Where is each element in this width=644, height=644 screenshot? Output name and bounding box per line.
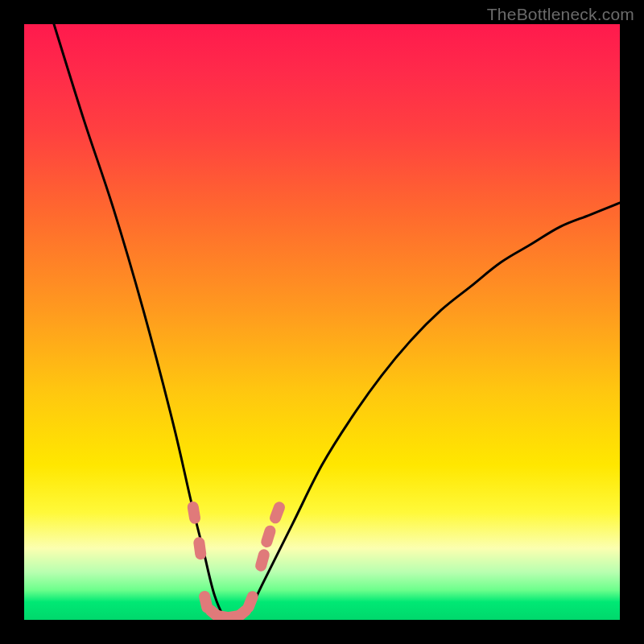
- bottleneck-curve: [54, 24, 620, 620]
- trough-marker: [199, 543, 200, 554]
- watermark-text: TheBottleneck.com: [487, 5, 634, 24]
- trough-marker: [237, 610, 246, 617]
- trough-marker: [204, 597, 207, 608]
- plot-area: [24, 24, 620, 620]
- chart-svg: [24, 24, 620, 620]
- trough-marker: [275, 507, 279, 518]
- trough-marker: [249, 597, 253, 607]
- trough-marker: [261, 555, 264, 566]
- chart-frame: TheBottleneck.com: [0, 0, 644, 644]
- trough-marker: [193, 507, 195, 518]
- trough-marker: [266, 531, 270, 542]
